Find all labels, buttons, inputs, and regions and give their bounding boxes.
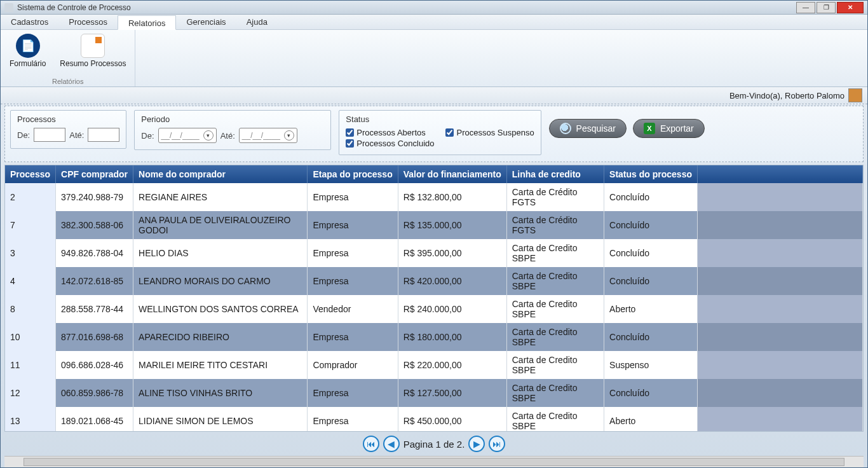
horizontal-scrollbar[interactable] bbox=[4, 456, 864, 467]
cell: 142.072.618-85 bbox=[56, 267, 133, 295]
cell: Concluído bbox=[604, 323, 698, 351]
excel-icon: X bbox=[644, 123, 655, 134]
processos-ate-input[interactable] bbox=[88, 128, 119, 142]
cell: Empresa bbox=[308, 267, 398, 295]
table-row[interactable]: 11096.686.028-46MARILEI MEIRE TITO CESTA… bbox=[5, 351, 863, 379]
periodo-de-input[interactable]: __/__/____ ▾ bbox=[158, 128, 217, 143]
filter-periodo-title: Periodo bbox=[141, 114, 324, 124]
cell: Suspenso bbox=[604, 351, 698, 379]
cell: R$ 132.800,00 bbox=[398, 183, 506, 211]
table-row[interactable]: 13189.021.068-45LIDIANE SIMON DE LEMOSEm… bbox=[5, 407, 863, 432]
periodo-ate-input[interactable]: __/__/____ ▾ bbox=[239, 128, 297, 143]
close-button[interactable] bbox=[837, 2, 864, 13]
menu-cadastros[interactable]: Cadastros bbox=[1, 15, 58, 29]
menu-relatorios[interactable]: Relatorios bbox=[118, 15, 177, 30]
filter-processos: Processos De: Até: bbox=[10, 110, 126, 149]
col-header[interactable]: Processo bbox=[5, 165, 56, 183]
col-header[interactable]: Linha de credito bbox=[506, 165, 604, 183]
avatar[interactable] bbox=[848, 88, 862, 102]
cell: 096.686.028-46 bbox=[56, 351, 133, 379]
table-row[interactable]: 3949.826.788-04HELIO DIASEmpresaR$ 395.0… bbox=[5, 239, 863, 267]
cell: APARECIDO RIBEIRO bbox=[133, 323, 308, 351]
search-icon bbox=[560, 123, 571, 134]
ribbon-formulário[interactable]: 📄Formulário bbox=[6, 32, 50, 69]
cell: R$ 240.000,00 bbox=[398, 295, 506, 323]
cell: R$ 135.000,00 bbox=[398, 211, 506, 239]
status-option-1[interactable]: Processos Suspenso bbox=[445, 128, 534, 137]
cell: Carta de Credito SBPE bbox=[506, 407, 604, 432]
cell: R$ 220.000,00 bbox=[398, 351, 506, 379]
titlebar: Sistema de Controle de Processo bbox=[1, 1, 867, 15]
welcome-bar: Bem-Vindo(a), Roberto Palomo bbox=[1, 87, 867, 104]
status-label: Processos Concluido bbox=[356, 139, 434, 148]
cell: Carta de Credito SBPE bbox=[506, 351, 604, 379]
cell: 060.859.986-78 bbox=[56, 379, 133, 407]
page-prev-button[interactable]: ◀ bbox=[383, 436, 400, 452]
col-header[interactable]: Valor do financiamento bbox=[398, 165, 506, 183]
page-first-button[interactable]: ⏮ bbox=[363, 436, 379, 452]
table-row[interactable]: 4142.072.618-85LEANDRO MORAIS DO CARMOEm… bbox=[5, 267, 863, 295]
form-icon: 📄 bbox=[16, 34, 40, 58]
ribbon-group-label: Relatórios bbox=[52, 78, 84, 85]
table-row[interactable]: 10877.016.698-68APARECIDO RIBEIROEmpresa… bbox=[5, 323, 863, 351]
minimize-button[interactable] bbox=[796, 2, 815, 13]
cell: Carta de Credito SBPE bbox=[506, 323, 604, 351]
status-label: Processos Suspenso bbox=[456, 128, 534, 137]
menu-ajuda[interactable]: Ajuda bbox=[236, 15, 278, 29]
cell: R$ 450.000,00 bbox=[398, 407, 506, 432]
status-label: Processos Abertos bbox=[356, 128, 425, 137]
chevron-down-icon[interactable]: ▾ bbox=[203, 130, 214, 141]
col-header[interactable]: Status do processo bbox=[604, 165, 698, 183]
export-button[interactable]: X Exportar bbox=[633, 119, 705, 138]
col-header[interactable] bbox=[697, 165, 862, 183]
col-header[interactable]: Etapa do processo bbox=[308, 165, 398, 183]
cell: Concluído bbox=[604, 379, 698, 407]
export-button-label: Exportar bbox=[660, 123, 694, 134]
table-row[interactable]: 7382.300.588-06ANA PAULA DE OLIVEIRALOUZ… bbox=[5, 211, 863, 239]
search-button[interactable]: Pesquisar bbox=[549, 119, 627, 138]
table-row[interactable]: 2379.240.988-79REGIANE AIRESEmpresaR$ 13… bbox=[5, 183, 863, 211]
cell: 12 bbox=[5, 379, 56, 407]
ribbon-resumo-processos[interactable]: Resumo Processos bbox=[56, 32, 130, 69]
table-row[interactable]: 12060.859.986-78ALINE TISO VINHAS BRITOE… bbox=[5, 379, 863, 407]
cell: 11 bbox=[5, 351, 56, 379]
page-last-button[interactable]: ⏭ bbox=[489, 436, 505, 452]
status-option-2[interactable]: Processos Concluido bbox=[346, 139, 434, 148]
chevron-down-icon[interactable]: ▾ bbox=[284, 130, 294, 141]
menu-gerenciais[interactable]: Gerenciais bbox=[176, 15, 236, 29]
table-row[interactable]: 8288.558.778-44WELLINGTON DOS SANTOS COR… bbox=[5, 295, 863, 323]
cell bbox=[697, 295, 862, 323]
ribbon-button-label: Resumo Processos bbox=[60, 59, 126, 68]
page-next-button[interactable]: ▶ bbox=[468, 436, 485, 452]
pager-text: Pagina 1 de 2. bbox=[403, 439, 465, 450]
cell: Aberto bbox=[604, 295, 698, 323]
processos-de-input[interactable] bbox=[34, 128, 65, 142]
processos-de-label: De: bbox=[17, 130, 30, 140]
data-grid[interactable]: ProcessoCPF compradorNome do compradorEt… bbox=[4, 165, 864, 432]
cell: 4 bbox=[5, 267, 56, 295]
cell: Carta de Crédito FGTS bbox=[506, 211, 604, 239]
periodo-ate-label: Até: bbox=[220, 131, 235, 141]
status-checkbox[interactable] bbox=[346, 128, 354, 137]
status-checkbox[interactable] bbox=[346, 139, 354, 148]
pager: ⏮ ◀ Pagina 1 de 2. ▶ ⏭ bbox=[1, 432, 867, 456]
maximize-button[interactable] bbox=[817, 2, 836, 13]
cell: Carta de Credito SBPE bbox=[506, 379, 604, 407]
cell: REGIANE AIRES bbox=[133, 183, 308, 211]
cell: ALINE TISO VINHAS BRITO bbox=[133, 379, 308, 407]
col-header[interactable]: CPF comprador bbox=[56, 165, 133, 183]
periodo-de-label: De: bbox=[141, 131, 154, 141]
cell: 8 bbox=[5, 295, 56, 323]
cell: ANA PAULA DE OLIVEIRALOUZEIRO GODOI bbox=[133, 211, 308, 239]
scrollbar-thumb[interactable] bbox=[24, 458, 844, 466]
cell bbox=[697, 239, 862, 267]
cell bbox=[697, 407, 862, 432]
col-header[interactable]: Nome do comprador bbox=[133, 165, 308, 183]
status-option-0[interactable]: Processos Abertos bbox=[346, 128, 434, 137]
menu-processos[interactable]: Processos bbox=[58, 15, 118, 29]
cell: Concluído bbox=[604, 239, 698, 267]
cell: LEANDRO MORAIS DO CARMO bbox=[133, 267, 308, 295]
cell: Concluído bbox=[604, 211, 698, 239]
status-checkbox[interactable] bbox=[445, 128, 454, 137]
cell: Empresa bbox=[308, 211, 398, 239]
